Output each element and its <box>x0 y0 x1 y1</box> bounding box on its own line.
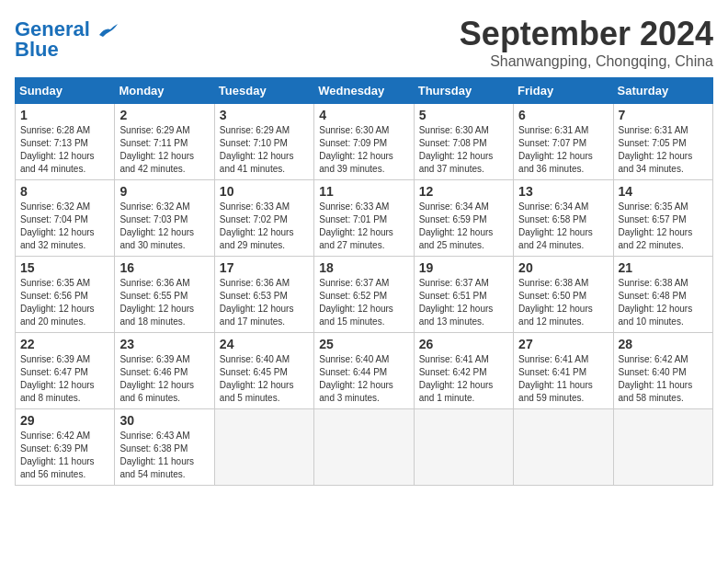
day-number: 14 <box>619 184 708 199</box>
day-info: Sunrise: 6:38 AMSunset: 6:50 PMDaylight:… <box>518 277 608 328</box>
day-number: 5 <box>419 108 508 122</box>
day-info: Sunrise: 6:39 AMSunset: 6:47 PMDaylight:… <box>20 353 109 405</box>
calendar-cell: 2Sunrise: 6:29 AMSunset: 7:11 PMDaylight… <box>115 104 214 180</box>
day-number: 18 <box>319 260 408 275</box>
day-number: 12 <box>419 184 508 199</box>
day-number: 24 <box>220 337 309 351</box>
calendar-cell: 1Sunrise: 6:28 AMSunset: 7:13 PMDaylight… <box>16 104 115 180</box>
calendar-table: Sunday Monday Tuesday Wednesday Thursday… <box>15 77 713 486</box>
calendar-header-row: Sunday Monday Tuesday Wednesday Thursday… <box>16 78 713 104</box>
col-tuesday: Tuesday <box>214 78 313 104</box>
col-friday: Friday <box>514 78 613 104</box>
day-number: 1 <box>20 108 109 122</box>
day-info: Sunrise: 6:31 AMSunset: 7:05 PMDaylight:… <box>619 124 708 176</box>
day-info: Sunrise: 6:35 AMSunset: 6:56 PMDaylight:… <box>20 277 109 328</box>
calendar-cell: 20Sunrise: 6:38 AMSunset: 6:50 PMDayligh… <box>514 257 613 333</box>
calendar-cell: 15Sunrise: 6:35 AMSunset: 6:56 PMDayligh… <box>16 257 115 333</box>
calendar-cell: 11Sunrise: 6:33 AMSunset: 7:01 PMDayligh… <box>314 180 414 257</box>
day-number: 11 <box>319 184 408 199</box>
calendar-cell: 24Sunrise: 6:40 AMSunset: 6:45 PMDayligh… <box>214 333 313 409</box>
day-number: 7 <box>619 108 708 122</box>
calendar-week-3: 15Sunrise: 6:35 AMSunset: 6:56 PMDayligh… <box>16 257 713 333</box>
day-info: Sunrise: 6:36 AMSunset: 6:53 PMDaylight:… <box>220 277 309 328</box>
calendar-cell: 5Sunrise: 6:30 AMSunset: 7:08 PMDaylight… <box>414 104 513 180</box>
day-info: Sunrise: 6:33 AMSunset: 7:02 PMDaylight:… <box>220 201 309 252</box>
col-thursday: Thursday <box>414 78 513 104</box>
day-number: 23 <box>119 337 209 351</box>
calendar-cell: 17Sunrise: 6:36 AMSunset: 6:53 PMDayligh… <box>214 257 313 333</box>
day-info: Sunrise: 6:34 AMSunset: 6:58 PMDaylight:… <box>518 201 608 252</box>
calendar-cell: 7Sunrise: 6:31 AMSunset: 7:05 PMDaylight… <box>613 104 712 180</box>
calendar-cell: 22Sunrise: 6:39 AMSunset: 6:47 PMDayligh… <box>16 333 115 409</box>
calendar-cell: 30Sunrise: 6:43 AMSunset: 6:38 PMDayligh… <box>115 409 214 486</box>
day-number: 9 <box>119 184 209 199</box>
location-title: Shanwangping, Chongqing, China <box>460 53 713 70</box>
day-info: Sunrise: 6:28 AMSunset: 7:13 PMDaylight:… <box>20 124 109 176</box>
day-number: 28 <box>619 337 708 351</box>
page-header: General Blue September 2024 Shanwangping… <box>15 15 713 70</box>
calendar-week-4: 22Sunrise: 6:39 AMSunset: 6:47 PMDayligh… <box>16 333 713 409</box>
day-info: Sunrise: 6:29 AMSunset: 7:10 PMDaylight:… <box>220 124 309 176</box>
calendar-cell: 4Sunrise: 6:30 AMSunset: 7:09 PMDaylight… <box>314 104 414 180</box>
day-number: 4 <box>319 108 408 122</box>
day-info: Sunrise: 6:35 AMSunset: 6:57 PMDaylight:… <box>619 201 708 252</box>
calendar-cell: 21Sunrise: 6:38 AMSunset: 6:48 PMDayligh… <box>613 257 712 333</box>
day-info: Sunrise: 6:39 AMSunset: 6:46 PMDaylight:… <box>119 353 209 405</box>
month-title: September 2024 <box>460 15 713 53</box>
calendar-cell: 10Sunrise: 6:33 AMSunset: 7:02 PMDayligh… <box>214 180 313 257</box>
calendar-cell: 23Sunrise: 6:39 AMSunset: 6:46 PMDayligh… <box>115 333 214 409</box>
calendar-cell <box>214 409 313 486</box>
day-number: 27 <box>518 337 608 351</box>
day-number: 19 <box>419 260 508 275</box>
calendar-week-2: 8Sunrise: 6:32 AMSunset: 7:04 PMDaylight… <box>16 180 713 257</box>
day-info: Sunrise: 6:41 AMSunset: 6:42 PMDaylight:… <box>419 353 508 405</box>
calendar-cell: 13Sunrise: 6:34 AMSunset: 6:58 PMDayligh… <box>514 180 613 257</box>
day-number: 17 <box>220 260 309 275</box>
day-info: Sunrise: 6:42 AMSunset: 6:39 PMDaylight:… <box>20 430 109 481</box>
day-info: Sunrise: 6:32 AMSunset: 7:04 PMDaylight:… <box>20 201 109 252</box>
day-info: Sunrise: 6:38 AMSunset: 6:48 PMDaylight:… <box>619 277 708 328</box>
calendar-cell: 3Sunrise: 6:29 AMSunset: 7:10 PMDaylight… <box>214 104 313 180</box>
col-monday: Monday <box>115 78 214 104</box>
day-number: 20 <box>518 260 608 275</box>
calendar-cell: 8Sunrise: 6:32 AMSunset: 7:04 PMDaylight… <box>16 180 115 257</box>
calendar-cell: 12Sunrise: 6:34 AMSunset: 6:59 PMDayligh… <box>414 180 513 257</box>
calendar-cell: 28Sunrise: 6:42 AMSunset: 6:40 PMDayligh… <box>613 333 712 409</box>
logo-bird-icon <box>97 22 118 39</box>
calendar-week-1: 1Sunrise: 6:28 AMSunset: 7:13 PMDaylight… <box>16 104 713 180</box>
col-wednesday: Wednesday <box>314 78 414 104</box>
calendar-cell: 16Sunrise: 6:36 AMSunset: 6:55 PMDayligh… <box>115 257 214 333</box>
day-number: 22 <box>20 337 109 351</box>
day-number: 2 <box>119 108 209 122</box>
calendar-cell: 26Sunrise: 6:41 AMSunset: 6:42 PMDayligh… <box>414 333 513 409</box>
calendar-cell: 14Sunrise: 6:35 AMSunset: 6:57 PMDayligh… <box>613 180 712 257</box>
calendar-cell <box>414 409 513 486</box>
day-number: 21 <box>619 260 708 275</box>
day-number: 30 <box>119 413 209 428</box>
day-info: Sunrise: 6:31 AMSunset: 7:07 PMDaylight:… <box>518 124 608 176</box>
calendar-cell: 18Sunrise: 6:37 AMSunset: 6:52 PMDayligh… <box>314 257 414 333</box>
col-sunday: Sunday <box>16 78 115 104</box>
day-info: Sunrise: 6:37 AMSunset: 6:52 PMDaylight:… <box>319 277 408 328</box>
day-info: Sunrise: 6:29 AMSunset: 7:11 PMDaylight:… <box>119 124 209 176</box>
day-info: Sunrise: 6:32 AMSunset: 7:03 PMDaylight:… <box>119 201 209 252</box>
day-number: 29 <box>20 413 109 428</box>
calendar-cell: 25Sunrise: 6:40 AMSunset: 6:44 PMDayligh… <box>314 333 414 409</box>
logo-line2: Blue <box>15 39 59 61</box>
logo: General Blue <box>15 18 118 61</box>
title-area: September 2024 Shanwangping, Chongqing, … <box>460 15 713 70</box>
day-info: Sunrise: 6:33 AMSunset: 7:01 PMDaylight:… <box>319 201 408 252</box>
day-number: 13 <box>518 184 608 199</box>
day-number: 15 <box>20 260 109 275</box>
day-info: Sunrise: 6:34 AMSunset: 6:59 PMDaylight:… <box>419 201 508 252</box>
calendar-cell <box>514 409 613 486</box>
day-info: Sunrise: 6:40 AMSunset: 6:45 PMDaylight:… <box>220 353 309 405</box>
calendar-cell: 27Sunrise: 6:41 AMSunset: 6:41 PMDayligh… <box>514 333 613 409</box>
calendar-cell: 19Sunrise: 6:37 AMSunset: 6:51 PMDayligh… <box>414 257 513 333</box>
calendar-cell <box>314 409 414 486</box>
day-info: Sunrise: 6:42 AMSunset: 6:40 PMDaylight:… <box>619 353 708 405</box>
day-info: Sunrise: 6:37 AMSunset: 6:51 PMDaylight:… <box>419 277 508 328</box>
day-number: 10 <box>220 184 309 199</box>
calendar-cell: 6Sunrise: 6:31 AMSunset: 7:07 PMDaylight… <box>514 104 613 180</box>
day-number: 8 <box>20 184 109 199</box>
